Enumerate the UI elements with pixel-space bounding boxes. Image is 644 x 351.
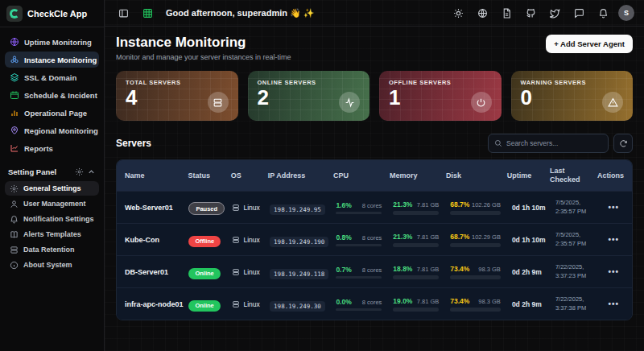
notifications-bell-icon[interactable] — [594, 4, 612, 22]
sidebar-item-user-management[interactable]: User Management — [5, 196, 99, 211]
checked-time: 2:35:57 PM — [555, 240, 586, 247]
sidebar-item-label: SSL & Domain — [24, 73, 76, 82]
server-search[interactable] — [488, 134, 609, 153]
setting-panel-header[interactable]: Setting Panel — [0, 156, 104, 180]
os-cell: Linux — [232, 204, 265, 212]
table-row[interactable]: infra-apc-node01 Online Linux 198.19.249… — [117, 287, 632, 320]
table-row[interactable]: Kube-Con Offline Linux 198.19.249.190 0.… — [117, 223, 632, 255]
cpu-progress-bar — [336, 244, 382, 246]
memory-percent: 19.0% — [393, 297, 412, 305]
docs-icon[interactable] — [497, 4, 515, 22]
column-header: Memory — [390, 171, 441, 180]
database-icon — [10, 246, 19, 254]
sidebar-item-operational-page[interactable]: Operational Page — [5, 105, 99, 121]
theme-toggle-icon[interactable] — [449, 4, 467, 22]
ip-address: 198.19.249.118 — [270, 269, 328, 279]
server-name: DB-Server01 — [125, 268, 184, 276]
user-avatar[interactable]: S — [618, 5, 634, 21]
server-name: Kube-Con — [125, 236, 184, 244]
table-row[interactable]: Web-Server01 Paused Linux 198.19.249.95 … — [117, 191, 632, 223]
info-icon — [10, 261, 19, 270]
checked-date: 7/5/2025, — [555, 199, 580, 206]
linux-os-icon — [232, 300, 240, 308]
memory-total: 7.81 GB — [417, 266, 440, 273]
stat-label: WARNING SERVERS — [521, 79, 624, 86]
line-chart-icon — [10, 143, 19, 153]
sidebar-item-regional-monitoring[interactable]: Regional Monitoring — [5, 122, 99, 138]
cpu-cell: 0.7%8 cores — [336, 266, 388, 279]
cluster-icon — [10, 55, 19, 64]
refresh-button[interactable] — [613, 134, 633, 153]
sidebar-toggle-icon[interactable] — [114, 4, 132, 22]
disk-cell: 73.4%98.3 GB — [450, 297, 507, 312]
checked-time: 2:35:57 PM — [555, 208, 586, 215]
stat-label: ONLINE SERVERS — [258, 79, 361, 86]
bar-chart-icon — [10, 108, 19, 118]
sidebar-item-label: About System — [23, 261, 72, 269]
sidebar-item-reports[interactable]: Reports — [5, 140, 99, 156]
layers-icon — [10, 72, 19, 82]
servers-section-title: Servers — [116, 138, 151, 149]
last-checked: 7/5/2025, 2:35:57 PM — [555, 231, 599, 247]
memory-percent: 18.8% — [393, 265, 412, 273]
app-name: CheckCle App — [27, 9, 87, 19]
greeting-text: Good afternoon, superadmin 👋 ✨ — [166, 8, 315, 19]
app-window: CheckCle App Uptime Monitoring Instance … — [0, 0, 644, 351]
os-cell: Linux — [232, 268, 265, 276]
cpu-percent: 0.0% — [336, 298, 351, 306]
language-globe-icon[interactable] — [473, 4, 491, 22]
row-actions-button[interactable]: ••• — [604, 203, 624, 212]
warning-servers-card: WARNING SERVERS 0 — [511, 71, 634, 121]
app-logo[interactable]: CheckCle App — [0, 0, 104, 27]
sidebar-item-uptime-monitoring[interactable]: Uptime Monitoring — [5, 34, 99, 50]
row-actions-button[interactable]: ••• — [604, 235, 624, 244]
row-actions-button[interactable]: ••• — [604, 267, 624, 276]
disk-progress-bar — [450, 308, 501, 312]
main-content: Instance Monitoring Monitor and manage y… — [105, 27, 644, 351]
cpu-cell: 0.8%8 cores — [336, 233, 388, 246]
memory-percent: 21.3% — [393, 200, 412, 209]
sidebar-item-schedule-incident[interactable]: Schedule & Incident — [5, 87, 99, 103]
disk-percent: 73.4% — [450, 265, 469, 273]
sidebar-item-alerts-templates[interactable]: Alerts Templates — [5, 227, 99, 242]
sidebar-item-instance-monitoring[interactable]: Instance Monitoring — [5, 52, 99, 68]
sidebar-item-about-system[interactable]: About System — [5, 258, 99, 272]
cpu-progress-bar — [336, 276, 382, 279]
status-badge: Online — [188, 300, 220, 312]
column-header: Actions — [597, 171, 624, 180]
memory-progress-bar — [393, 275, 439, 279]
topbar: Good afternoon, superadmin 👋 ✨ S — [105, 0, 644, 27]
sidebar-item-data-retention[interactable]: Data Retention — [5, 242, 99, 257]
warning-triangle-icon — [602, 92, 623, 113]
cpu-percent: 0.7% — [336, 266, 351, 274]
chevron-up-icon[interactable] — [87, 167, 96, 176]
sidebar-item-label: Instance Monitoring — [24, 56, 97, 64]
bell-icon — [10, 215, 19, 224]
column-header: Status — [188, 171, 225, 180]
memory-total: 7.81 GB — [417, 233, 440, 241]
status-badge: Offline — [188, 236, 221, 247]
sidebar-item-label: Reports — [24, 144, 53, 153]
chat-icon[interactable] — [570, 4, 588, 22]
row-actions-button[interactable]: ••• — [604, 299, 624, 308]
add-server-agent-button[interactable]: + Add Server Agent — [546, 35, 633, 53]
sidebar-item-label: Data Retention — [23, 246, 75, 254]
memory-total: 7.81 GB — [417, 298, 440, 305]
sidebar-item-general-settings[interactable]: General Settings — [5, 181, 99, 196]
servers-table: NameStatusOSIP AddressCPUMemoryDiskUptim… — [116, 159, 633, 320]
table-row[interactable]: DB-Server01 Online Linux 198.19.249.118 … — [117, 255, 632, 287]
user-icon — [10, 200, 19, 209]
stat-label: TOTAL SERVERS — [126, 79, 229, 86]
last-checked: 7/22/2025, 3:37:23 PM — [555, 263, 599, 279]
search-input[interactable] — [506, 139, 602, 147]
sidebar-item-ssl-domain[interactable]: SSL & Domain — [5, 69, 99, 85]
twitter-icon[interactable] — [546, 4, 564, 22]
github-icon[interactable] — [522, 4, 539, 22]
os-label: Linux — [243, 268, 259, 276]
uptime: 0d 1h 10m — [512, 236, 551, 244]
page-title: Instance Monitoring — [116, 35, 291, 51]
sidebar-item-notification-settings[interactable]: Notification Settings — [5, 212, 99, 226]
memory-progress-bar — [393, 308, 439, 312]
grid-view-icon[interactable] — [138, 4, 156, 22]
power-icon — [471, 92, 492, 113]
